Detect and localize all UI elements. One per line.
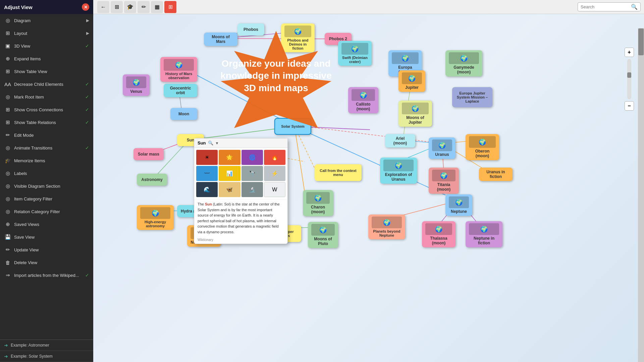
grid-button[interactable]: ⊞	[111, 1, 123, 13]
table-relations-icon: ⊞	[4, 119, 11, 126]
sidebar-item-layout[interactable]: ⊞Layout▶	[0, 27, 93, 40]
node-moon[interactable]: Moon	[170, 108, 197, 120]
node-venus[interactable]: 🌍Venus	[123, 74, 150, 96]
wiki-sun-link[interactable]: Sun	[205, 202, 212, 206]
node-thalassa[interactable]: 🌍Thalassa (moon)	[422, 221, 455, 247]
diagram-arrow-icon: ▶	[86, 18, 89, 23]
sidebar-item-import-wikipedia[interactable]: ⇒Import articles from the Wikiped...✓	[0, 269, 93, 282]
sidebar-item-mark-root[interactable]: ◎Mark Root Item✓	[0, 90, 93, 103]
sidebar-close-button[interactable]: ✕	[82, 3, 89, 11]
node-geocentric[interactable]: Geocentric orbit	[164, 84, 197, 97]
sidebar-item-diagram[interactable]: ◎Diagram▶	[0, 14, 93, 27]
node-ariel[interactable]: Ariel (moon)	[385, 134, 415, 147]
table-button[interactable]: ▦	[151, 1, 163, 13]
sidebar-item-expand-items[interactable]: ⊕Expand Items	[0, 52, 93, 65]
sidebar-label-layout: Layout	[14, 31, 86, 36]
sidebar-item-cross-connections[interactable]: ⊞Show Cross Connections✓	[0, 103, 93, 116]
node-label-phobos2: Phobos 2	[329, 37, 347, 41]
wiki-dropdown-icon[interactable]: ▼	[215, 141, 219, 145]
node-europa-mission[interactable]: Europa Jupiter System Mission – Laplace	[452, 87, 492, 107]
wiki-image-12: W	[264, 182, 285, 197]
search-icon[interactable]: 🔍	[631, 4, 638, 10]
node-image-moons-jupiter: 🌍	[402, 103, 429, 114]
node-jupiter[interactable]: 🌍Jupiter	[398, 70, 425, 92]
bottom-examples: ➜ Example: Astronomer ➜ Example: Solar S…	[0, 340, 93, 362]
zoom-out-button[interactable]: −	[625, 101, 634, 111]
node-moons-pluto[interactable]: 🌍Moons of Pluto	[308, 222, 338, 248]
pencil-button[interactable]: ✏	[138, 1, 150, 13]
node-planets-beyond[interactable]: 🌍Planets beyond Neptune	[368, 215, 405, 239]
node-label-uranus: Uranus	[435, 152, 449, 157]
sidebar-item-memorize[interactable]: 🎓Memorize Items	[0, 154, 93, 167]
node-charon[interactable]: 🌍Charon (moon)	[303, 190, 333, 216]
node-neptune[interactable]: 🌍Neptune	[445, 194, 472, 216]
example-solar-system[interactable]: ➜ Example: Solar System	[0, 351, 93, 362]
right-scrollbar[interactable]	[638, 28, 644, 362]
sidebar-item-category-filter[interactable]: ◎Item Category Filter	[0, 192, 93, 205]
scrollbar-thumb[interactable]	[638, 28, 644, 55]
node-label-venus: Venus	[130, 89, 142, 94]
zoom-slider[interactable]	[627, 59, 631, 99]
sidebar-item-delete-view[interactable]: 🗑Delete View	[0, 256, 93, 269]
node-label-swift-crater: Swift (Deimian crater)	[341, 56, 368, 64]
school-button[interactable]: 🎓	[124, 1, 136, 13]
decrease-child-check-icon: ✓	[85, 81, 89, 87]
node-moons-jupiter[interactable]: 🌍Moons of Jupiter	[398, 101, 432, 127]
sidebar-item-visible-section[interactable]: ◎Visible Diagram Section	[0, 180, 93, 192]
node-label-titania: Titania (moon)	[432, 182, 455, 192]
node-oberon[interactable]: 🌍Oberon (moon)	[466, 134, 499, 160]
node-uranus[interactable]: 🌍Uranus	[429, 137, 455, 159]
sidebar-item-3d-view[interactable]: ▣3D View✓	[0, 40, 93, 52]
node-label-phobos-deimos: Phobos and Deimos in fiction	[284, 38, 311, 50]
node-phobos[interactable]: Phobos	[237, 23, 264, 36]
node-ganymede[interactable]: 🌍Ganymede (moon)	[445, 50, 482, 76]
node-label-solar-mass: Solar mass	[138, 152, 159, 157]
sidebar-item-labels[interactable]: ◎Labels	[0, 167, 93, 180]
node-callisto[interactable]: 🌍Callisto (moon)	[348, 87, 378, 113]
expand-items-icon: ⊕	[4, 55, 11, 62]
sidebar-label-show-table-view: Show Table View	[14, 69, 89, 74]
zoom-in-button[interactable]: +	[625, 48, 634, 57]
wiki-image-9: 🌊	[196, 182, 218, 197]
wiki-footer: Wiktionary	[194, 237, 287, 244]
node-neptune-fiction[interactable]: 🌍Neptune in fiction	[466, 221, 502, 247]
diagram-area[interactable]: Organize your ideas and knowledge in imp…	[93, 14, 644, 362]
sidebar-item-animate[interactable]: ◎Animate Transitions✓	[0, 141, 93, 154]
node-image-neptune-fiction: 🌍	[469, 223, 499, 235]
node-exploration-uranus[interactable]: 🌍Exploration of Uranus	[380, 158, 417, 184]
node-titania[interactable]: 🌍Titania (moon)	[429, 168, 459, 194]
sidebar-item-update-view[interactable]: ✏Update View	[0, 243, 93, 256]
sidebar-label-table-relations: Show Table Relations	[14, 120, 84, 125]
sidebar-item-saved-views[interactable]: ⊕Saved Views	[0, 218, 93, 231]
node-swift-crater[interactable]: 🌍Swift (Deimian crater)	[338, 41, 372, 66]
node-phobos-deimos[interactable]: 🌍Phobos and Deimos in fiction	[281, 23, 315, 52]
back-button[interactable]: ←	[97, 1, 109, 13]
sidebar-item-edit-mode[interactable]: ✏Edit Mode	[0, 129, 93, 141]
node-high-energy[interactable]: 🌍High-energy astronomy	[137, 205, 174, 230]
node-image-charon: 🌍	[306, 192, 330, 204]
node-astronomy[interactable]: Astronomy	[137, 174, 167, 186]
node-label-sun: Sun	[187, 138, 195, 142]
animate-check-icon: ✓	[85, 145, 89, 150]
node-solar-system[interactable]: Solar System	[274, 118, 311, 135]
wiki-search-icon[interactable]: 🔍	[208, 140, 213, 145]
node-moons-mars[interactable]: Moons of Mars	[204, 33, 237, 46]
sidebar-item-save-view[interactable]: 💾Save View	[0, 231, 93, 243]
sidebar-item-decrease-child[interactable]: AADecrease Child Elements✓	[0, 78, 93, 90]
node-history-mars[interactable]: 🌍History of Mars observation	[160, 57, 197, 82]
sidebar-item-table-relations[interactable]: ⊞Show Table Relations✓	[0, 116, 93, 129]
example-astronomer[interactable]: ➜ Example: Astronomer	[0, 340, 93, 351]
sidebar-item-show-table-view[interactable]: ⊞Show Table View	[0, 65, 93, 78]
saved-views-icon: ⊕	[4, 221, 11, 228]
red-grid-button[interactable]: ⊞	[164, 1, 176, 13]
sidebar-item-relation-filter[interactable]: ◎Relation Category Filter	[0, 205, 93, 218]
node-call-context[interactable]: Call from the context menu	[315, 164, 362, 181]
wiki-image-3: 🌀	[241, 150, 263, 165]
node-solar-mass[interactable]: Solar mass	[133, 148, 164, 160]
node-label-astronomy: Astronomy	[141, 177, 162, 182]
node-uranus-fiction[interactable]: Uranus in fiction	[479, 168, 513, 181]
search-input[interactable]	[581, 4, 631, 9]
node-image-high-energy: 🌍	[140, 207, 170, 219]
cross-connections-check-icon: ✓	[85, 107, 89, 112]
sidebar-label-saved-views: Saved Views	[14, 222, 89, 227]
